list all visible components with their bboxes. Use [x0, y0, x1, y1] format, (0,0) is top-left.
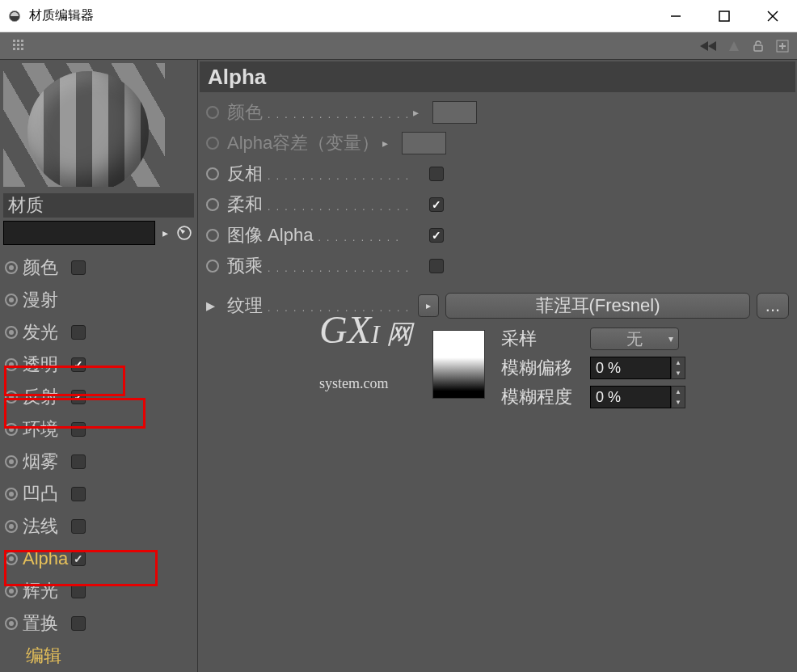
texture-name-button[interactable]: 菲涅耳(Fresnel) [445, 293, 750, 319]
bluroffset-input[interactable]: 0 % [590, 357, 671, 379]
svg-rect-10 [21, 44, 23, 46]
texture-arrow-button[interactable]: ▸ [418, 294, 439, 317]
panel-header: Alpha [200, 61, 795, 92]
radio-icon [206, 137, 219, 150]
channel-environment[interactable]: 环境 [2, 413, 196, 446]
picker-button[interactable] [175, 221, 194, 245]
radio-icon [206, 106, 219, 119]
svg-rect-11 [13, 48, 15, 50]
radio-icon [5, 488, 18, 501]
titlebar: 材质编辑器 [0, 0, 797, 32]
channel-color[interactable]: 颜色 [2, 251, 196, 284]
checkbox[interactable] [71, 260, 86, 275]
channel-edit[interactable]: 编辑 [2, 640, 196, 672]
grid-icon[interactable] [10, 36, 29, 56]
checkbox[interactable] [71, 454, 86, 469]
checkbox[interactable] [429, 197, 444, 212]
radio-icon [5, 455, 18, 468]
channel-reflection[interactable]: 反射 [2, 381, 196, 413]
material-name-input[interactable] [3, 221, 155, 245]
radio-icon [5, 423, 18, 436]
prop-texture: ▸ 纹理. . . . . . . . . . . . . . . . . ▸ … [200, 290, 795, 322]
texture-thumbnail[interactable] [432, 330, 485, 399]
checkbox[interactable] [429, 259, 444, 273]
radio-icon [5, 617, 18, 630]
svg-marker-14 [700, 41, 708, 51]
radio-icon [5, 585, 18, 598]
blurscale-input[interactable]: 0 % [590, 386, 671, 408]
radio-icon [5, 326, 18, 339]
blurscale-row: 模糊程度 0 % ▲▼ [501, 385, 789, 409]
app-icon [6, 8, 23, 24]
prev-arrow-icon[interactable] [700, 36, 719, 56]
material-name-label: 材质 [3, 193, 194, 218]
arrow-icon: ▸ [206, 295, 219, 316]
add-icon[interactable] [773, 36, 792, 56]
svg-rect-7 [21, 40, 23, 42]
checkbox[interactable] [429, 167, 444, 181]
checkbox[interactable] [71, 616, 86, 631]
channel-fog[interactable]: 烟雾 [2, 446, 196, 478]
radio-icon [5, 261, 18, 274]
svg-rect-12 [17, 48, 19, 50]
radio-icon [206, 198, 219, 211]
checkbox[interactable] [71, 552, 86, 566]
svg-rect-6 [17, 40, 19, 42]
arrow-icon: ▸ [382, 137, 395, 150]
svg-marker-15 [708, 41, 716, 51]
radio-icon [5, 391, 18, 404]
dropdown-button[interactable]: ▸ [155, 221, 175, 245]
material-preview[interactable] [3, 63, 165, 187]
checkbox[interactable] [71, 390, 86, 404]
texture-details: 采样 无 模糊偏移 0 % ▲▼ 模糊程度 0 % ▲▼ [200, 322, 795, 419]
radio-icon [5, 294, 18, 306]
sampling-row: 采样 无 [501, 327, 789, 351]
bluroffset-row: 模糊偏移 0 % ▲▼ [501, 356, 789, 380]
close-button[interactable] [749, 0, 797, 32]
left-panel: 材质 ▸ 颜色 漫射 发光 [0, 60, 198, 672]
prop-imagealpha: 图像 Alpha. . . . . . . . . . [200, 220, 795, 251]
maximize-button[interactable] [700, 0, 749, 32]
radio-icon [206, 229, 219, 242]
prop-premultiply: 预乘. . . . . . . . . . . . . . . . . [200, 251, 795, 281]
prop-soft: 柔和. . . . . . . . . . . . . . . . . [200, 189, 795, 220]
channel-transparency[interactable]: 透明 [2, 349, 196, 381]
svg-marker-16 [729, 41, 739, 51]
prop-invert: 反相. . . . . . . . . . . . . . . . . [200, 158, 795, 189]
up-icon[interactable] [724, 36, 744, 56]
svg-marker-22 [179, 228, 185, 234]
checkbox[interactable] [71, 357, 86, 372]
svg-rect-13 [21, 48, 23, 50]
checkbox[interactable] [429, 228, 444, 243]
radio-icon [5, 358, 18, 371]
channel-list: 颜色 漫射 发光 透明 反射 [0, 251, 197, 672]
texture-more-button[interactable]: ... [757, 293, 789, 319]
checkbox[interactable] [71, 519, 86, 534]
channel-bump[interactable]: 凹凸 [2, 478, 196, 510]
radio-icon [206, 167, 219, 180]
main: 材质 ▸ 颜色 漫射 发光 [0, 60, 797, 672]
checkbox[interactable] [71, 422, 86, 437]
channel-glow[interactable]: 辉光 [2, 575, 196, 607]
spinner[interactable]: ▲▼ [671, 386, 685, 408]
channel-normal[interactable]: 法线 [2, 510, 196, 543]
channel-diffuse[interactable]: 漫射 [2, 284, 196, 316]
radio-icon [5, 520, 18, 533]
spinner[interactable]: ▲▼ [671, 357, 685, 379]
sampling-dropdown[interactable]: 无 [590, 328, 679, 350]
properties-panel: Alpha 颜色. . . . . . . . . . . . . . . . … [198, 60, 797, 672]
lock-icon[interactable] [749, 36, 768, 56]
window-title: 材质编辑器 [29, 7, 652, 24]
svg-rect-2 [719, 11, 729, 21]
arrow-icon: ▸ [413, 106, 426, 119]
svg-rect-17 [754, 45, 762, 51]
minimize-button[interactable] [652, 0, 700, 32]
channel-displacement[interactable]: 置换 [2, 607, 196, 640]
checkbox[interactable] [71, 325, 86, 340]
checkbox[interactable] [71, 584, 86, 598]
color-swatch[interactable] [432, 101, 477, 124]
value-field[interactable] [402, 132, 446, 154]
channel-alpha[interactable]: Alpha [2, 543, 196, 575]
checkbox[interactable] [71, 487, 86, 501]
channel-luminance[interactable]: 发光 [2, 316, 196, 349]
